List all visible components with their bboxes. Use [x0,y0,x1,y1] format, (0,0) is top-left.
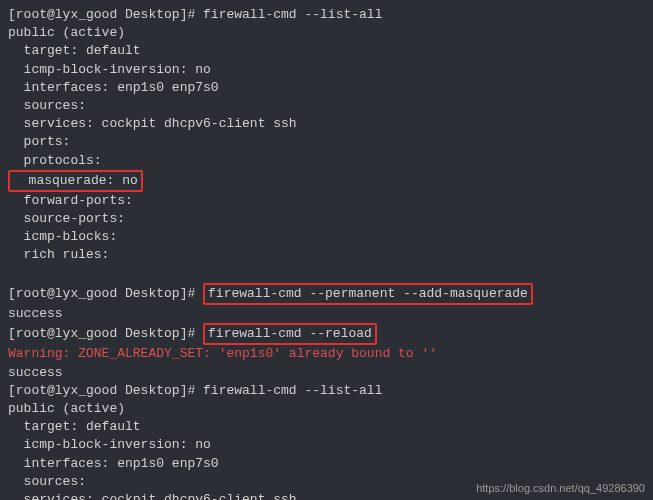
highlight-cmd-reload: firewall-cmd --reload [203,323,377,345]
output-line: target: default [8,42,645,60]
output-line: source-ports: [8,210,645,228]
output-success: success [8,305,645,323]
output-success: success [8,364,645,382]
highlight-cmd-add-masq: firewall-cmd --permanent --add-masquerad… [203,283,533,305]
output-line: interfaces: enp1s0 enp7s0 [8,455,645,473]
output-line: rich rules: [8,246,645,264]
highlight-masquerade-no: masquerade: no [8,170,143,192]
output-line: interfaces: enp1s0 enp7s0 [8,79,645,97]
output-line: sources: [8,97,645,115]
output-line: icmp-block-inversion: no [8,61,645,79]
terminal-line: [root@lyx_good Desktop]# firewall-cmd --… [8,6,645,24]
output-line: public (active) [8,400,645,418]
prompt: [root@lyx_good Desktop]# [8,383,203,398]
command: firewall-cmd --list-all [203,383,382,398]
prompt: [root@lyx_good Desktop]# [8,286,203,301]
output-line: ports: [8,133,645,151]
prompt: [root@lyx_good Desktop]# [8,326,203,341]
prompt: [root@lyx_good Desktop]# [8,7,203,22]
watermark-text: https://blog.csdn.net/qq_49286390 [476,481,645,496]
output-line: target: default [8,418,645,436]
warning-line: Warning: ZONE_ALREADY_SET: 'enp1s0' alre… [8,345,645,363]
command: firewall-cmd --list-all [203,7,382,22]
terminal-line: [root@lyx_good Desktop]# firewall-cmd --… [8,283,645,305]
masquerade-no-line: masquerade: no [8,170,645,192]
output-line: forward-ports: [8,192,645,210]
terminal-line: [root@lyx_good Desktop]# firewall-cmd --… [8,323,645,345]
blank-line [8,265,645,283]
output-line: protocols: [8,152,645,170]
terminal-line: [root@lyx_good Desktop]# firewall-cmd --… [8,382,645,400]
output-line: public (active) [8,24,645,42]
output-line: services: cockpit dhcpv6-client ssh [8,115,645,133]
output-line: icmp-block-inversion: no [8,436,645,454]
output-line: icmp-blocks: [8,228,645,246]
